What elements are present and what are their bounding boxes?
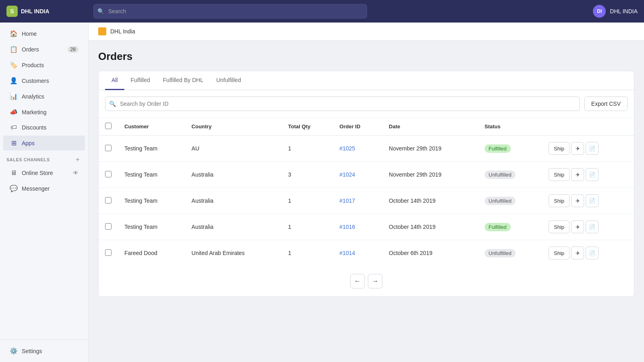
plane-button-1[interactable]: ✈ [571,168,584,181]
order-search-input[interactable] [105,97,580,111]
ship-button-3[interactable]: Ship [549,220,570,233]
row-customer-0: Testing Team [118,136,185,162]
row-customer-2: Testing Team [118,188,185,214]
tab-unfulfilled[interactable]: Unfulfilled [210,71,247,90]
action-buttons-1: Ship ✈ 📄 [549,168,627,181]
search-input[interactable] [93,4,367,19]
sidebar-item-label: Apps [22,140,35,146]
sidebar-item-messenger[interactable]: 💬 Messenger [3,181,85,196]
add-sales-channel-button[interactable]: + [74,156,82,164]
row-status-1: Unfulfilled [478,162,542,188]
sidebar-item-label: Messenger [22,185,50,192]
row-checkbox-cell-3 [99,214,118,240]
ship-button-2[interactable]: Ship [549,194,570,207]
sidebar-item-orders[interactable]: 📋 Orders 28 [3,42,85,57]
status-badge-3: Fulfilled [485,223,511,231]
plane-button-3[interactable]: ✈ [571,220,584,233]
order-link-2[interactable]: #1017 [339,197,355,204]
avatar[interactable]: DI [593,5,606,18]
row-country-2: Australia [185,188,282,214]
tab-all[interactable]: All [105,71,124,90]
row-checkbox-4[interactable] [105,249,111,256]
row-date-4: October 6th 2019 [382,240,478,266]
status-badge-2: Unfulfilled [485,197,516,205]
doc-button-2[interactable]: 📄 [586,194,599,207]
row-customer-1: Testing Team [118,162,185,188]
row-date-1: November 29th 2019 [382,162,478,188]
table-toolbar: 🔍 Export CSV [99,90,634,118]
sidebar-item-products[interactable]: 🏷️ Products [3,58,85,72]
order-link-4[interactable]: #1014 [339,250,355,256]
col-status: Status [478,118,542,136]
prev-page-button[interactable]: ← [350,274,365,288]
row-country-1: Australia [185,162,282,188]
plane-button-0[interactable]: ✈ [571,142,584,155]
brand-logo[interactable]: S DHL INDIA [6,6,87,17]
order-link-0[interactable]: #1025 [339,145,355,152]
eye-icon[interactable]: 👁 [73,170,78,176]
row-orderid-0: #1025 [333,136,382,162]
sidebar-item-online-store[interactable]: 🖥 Online Store 👁 [3,166,85,180]
next-page-button[interactable]: → [368,274,382,288]
home-icon: 🏠 [10,30,18,37]
row-checkbox-3[interactable] [105,223,111,230]
export-csv-button[interactable]: Export CSV [584,97,627,111]
main-content: DHL India Orders All Fulfilled Fulfilled… [89,23,644,362]
row-checkbox-cell-4 [99,240,118,266]
plane-button-4[interactable]: ✈ [571,247,584,259]
sidebar-item-marketing[interactable]: 📣 Marketing [3,105,85,119]
top-navigation: S DHL INDIA 🔍 DI DHL INDIA [0,0,644,23]
row-status-0: Fulfilled [478,136,542,162]
table-row: Testing Team Australia 1 #1017 October 1… [99,188,634,214]
row-actions-0: Ship ✈ 📄 [542,136,634,162]
table-row: Testing Team AU 1 #1025 November 29th 20… [99,136,634,162]
analytics-icon: 📊 [10,93,18,100]
orders-page: Orders All Fulfilled Fulfilled By DHL Un… [89,41,644,362]
discounts-icon: 🏷 [10,124,18,131]
sidebar-item-discounts[interactable]: 🏷 Discounts [3,120,85,135]
row-checkbox-2[interactable] [105,197,111,204]
row-checkbox-1[interactable] [105,171,111,177]
pagination: ← → [99,266,634,296]
sidebar-item-customers[interactable]: 👤 Customers [3,73,85,88]
col-customer: Customer [118,118,185,136]
row-checkbox-cell-0 [99,136,118,162]
ship-button-0[interactable]: Ship [549,142,570,155]
online-store-icon: 🖥 [10,169,18,177]
row-orderid-1: #1024 [333,162,382,188]
col-total-qty: Total Qty [282,118,333,136]
doc-button-0[interactable]: 📄 [586,142,599,155]
row-country-3: Australia [185,214,282,240]
select-all-checkbox[interactable] [105,123,111,129]
doc-button-4[interactable]: 📄 [586,247,599,259]
customers-icon: 👤 [10,77,18,84]
tab-fulfilled-by-dhl[interactable]: Fulfilled By DHL [157,71,210,90]
row-checkbox-0[interactable] [105,145,111,151]
doc-button-3[interactable]: 📄 [586,220,599,233]
settings-icon: ⚙️ [10,347,18,355]
row-country-4: United Arab Emirates [185,240,282,266]
sidebar-item-settings[interactable]: ⚙️ Settings [3,343,85,358]
action-buttons-3: Ship ✈ 📄 [549,220,627,233]
row-orderid-4: #1014 [333,240,382,266]
row-status-2: Unfulfilled [478,188,542,214]
tab-fulfilled[interactable]: Fulfilled [124,71,157,90]
sidebar-item-analytics[interactable]: 📊 Analytics [3,89,85,104]
row-qty-3: 1 [282,214,333,240]
orders-icon: 📋 [10,45,18,53]
nav-username: DHL INDIA [610,8,638,14]
order-link-3[interactable]: #1016 [339,224,355,230]
ship-button-1[interactable]: Ship [549,168,570,181]
order-link-1[interactable]: #1024 [339,171,355,178]
sidebar-item-label: Discounts [22,124,46,131]
shopify-icon: S [6,6,18,17]
doc-button-1[interactable]: 📄 [586,168,599,181]
sidebar-item-home[interactable]: 🏠 Home [3,26,85,41]
sidebar-item-apps[interactable]: ⊞ Apps [3,136,85,150]
plane-button-2[interactable]: ✈ [571,194,584,207]
row-actions-1: Ship ✈ 📄 [542,162,634,188]
status-badge-4: Unfulfilled [485,249,516,257]
orders-table: Customer Country Total Qty Order ID Date… [99,118,634,266]
ship-button-4[interactable]: Ship [549,247,570,259]
table-row: Testing Team Australia 3 #1024 November … [99,162,634,188]
